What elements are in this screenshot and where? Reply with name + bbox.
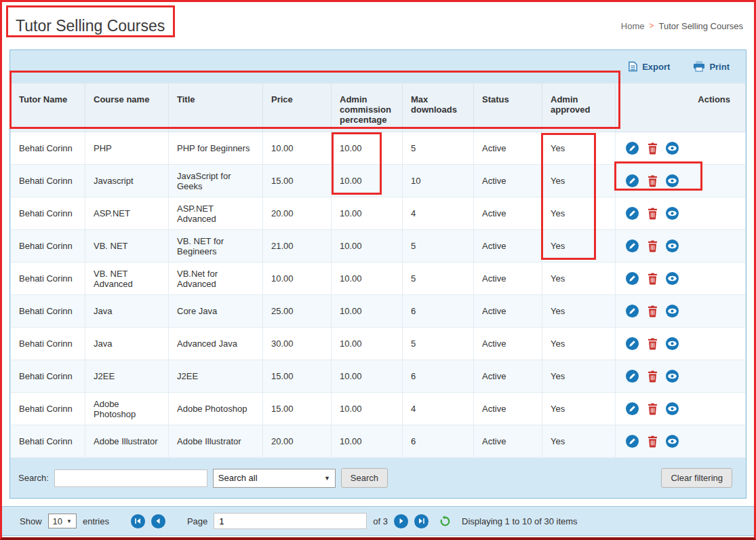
cell-status: Active — [474, 295, 542, 328]
clear-filtering-button[interactable]: Clear filtering — [661, 468, 732, 488]
col-admin-approved[interactable]: Admin approved — [542, 83, 616, 132]
breadcrumb-home-link[interactable]: Home — [621, 21, 645, 31]
cell-price: 15.00 — [263, 393, 332, 425]
search-scope-select[interactable]: Search all ▼ — [213, 469, 336, 488]
entries-select[interactable]: 10 ▼ — [48, 514, 77, 528]
edit-button[interactable] — [626, 207, 639, 220]
col-status[interactable]: Status — [474, 83, 542, 132]
edit-icon — [626, 402, 639, 415]
cell-actions — [616, 197, 746, 230]
cell-max-downloads: 10 — [403, 165, 474, 197]
view-button[interactable] — [666, 370, 679, 383]
col-course-name[interactable]: Course name — [85, 83, 169, 132]
edit-icon — [626, 239, 639, 252]
cell-admin-commission: 10.00 — [332, 328, 403, 360]
col-title[interactable]: Title — [169, 83, 263, 132]
cell-tutor-name: Behati Corinn — [11, 165, 85, 197]
view-button[interactable] — [666, 337, 679, 350]
trash-icon — [648, 436, 658, 448]
edit-button[interactable] — [626, 337, 639, 350]
view-button[interactable] — [666, 239, 679, 252]
cell-max-downloads: 6 — [403, 425, 474, 458]
cell-price: 30.00 — [263, 328, 332, 360]
edit-button[interactable] — [626, 174, 639, 187]
cell-admin-commission: 10.00 — [332, 360, 403, 393]
cell-admin-commission: 10.00 — [332, 132, 403, 165]
first-page-button[interactable] — [131, 514, 145, 528]
col-max-downloads[interactable]: Max downloads — [403, 83, 474, 132]
edit-button[interactable] — [626, 272, 639, 285]
cell-max-downloads: 6 — [403, 295, 474, 328]
eye-icon — [666, 305, 679, 317]
delete-button[interactable] — [648, 338, 658, 350]
col-price[interactable]: Price — [263, 83, 332, 132]
cell-course-name: ASP.NET — [85, 197, 169, 230]
cell-price: 21.00 — [263, 230, 332, 263]
cell-actions — [616, 360, 746, 393]
delete-button[interactable] — [648, 370, 658, 383]
refresh-button[interactable] — [439, 516, 451, 527]
cell-admin-approved: Yes — [542, 393, 616, 425]
cell-admin-commission: 10.00 — [332, 393, 403, 425]
print-icon — [693, 61, 705, 72]
cell-price: 10.00 — [263, 132, 332, 165]
delete-button[interactable] — [648, 175, 658, 187]
table-row: Behati Corinn J2EE J2EE 15.00 10.00 6 Ac… — [11, 360, 746, 393]
view-button[interactable] — [666, 174, 679, 187]
cell-actions — [616, 393, 746, 425]
delete-button[interactable] — [648, 436, 658, 448]
export-button[interactable]: Export — [624, 60, 674, 73]
table-row: Behati Corinn Java Core Java 25.00 10.00… — [11, 295, 746, 328]
table-row: Behati Corinn PHP PHP for Beginners 10.0… — [11, 132, 746, 165]
view-button[interactable] — [666, 207, 679, 220]
cell-price: 25.00 — [263, 295, 332, 328]
cell-max-downloads: 5 — [403, 230, 474, 263]
edit-button[interactable] — [626, 142, 639, 155]
last-page-icon — [418, 518, 425, 524]
col-tutor-name[interactable]: Tutor Name — [11, 83, 85, 132]
view-button[interactable] — [666, 435, 679, 448]
prev-page-button[interactable] — [151, 514, 165, 528]
col-admin-commission[interactable]: Admin commission percentage — [332, 83, 403, 132]
view-button[interactable] — [666, 305, 679, 317]
eye-icon — [666, 239, 679, 252]
search-input[interactable] — [54, 469, 207, 487]
delete-button[interactable] — [648, 142, 658, 155]
view-button[interactable] — [666, 272, 679, 285]
cell-admin-approved: Yes — [542, 328, 616, 360]
edit-icon — [626, 142, 639, 155]
cell-tutor-name: Behati Corinn — [11, 328, 85, 360]
cell-status: Active — [474, 132, 542, 165]
delete-button[interactable] — [648, 403, 658, 415]
cell-title: PHP for Beginners — [169, 132, 263, 165]
delete-button[interactable] — [648, 208, 658, 220]
table-row: Behati Corinn Javascript JavaScript for … — [11, 165, 746, 197]
trash-icon — [648, 403, 658, 415]
edit-button[interactable] — [626, 370, 639, 383]
delete-button[interactable] — [648, 240, 658, 252]
edit-button[interactable] — [626, 435, 639, 448]
edit-icon — [626, 305, 639, 317]
edit-button[interactable] — [626, 305, 639, 317]
next-page-button[interactable] — [394, 514, 408, 528]
cell-title: VB.Net for Advanced — [169, 263, 263, 295]
view-button[interactable] — [666, 142, 679, 155]
edit-button[interactable] — [626, 239, 639, 252]
delete-button[interactable] — [648, 305, 658, 317]
col-actions: Actions — [616, 83, 746, 132]
table-row: Behati Corinn ASP.NET ASP.NET Advanced 2… — [11, 197, 746, 230]
cell-price: 20.00 — [263, 197, 332, 230]
print-button[interactable]: Print — [689, 60, 734, 73]
trash-icon — [648, 208, 658, 220]
edit-button[interactable] — [626, 402, 639, 415]
delete-button[interactable] — [648, 273, 658, 285]
search-button[interactable]: Search — [341, 468, 388, 488]
view-button[interactable] — [666, 402, 679, 415]
eye-icon — [666, 142, 679, 155]
last-page-button[interactable] — [414, 514, 429, 528]
page-number-input[interactable] — [214, 513, 367, 529]
eye-icon — [666, 272, 679, 285]
cell-admin-commission: 10.00 — [332, 425, 403, 458]
table-row: Behati Corinn VB. NET VB. NET for Begine… — [11, 230, 746, 263]
edit-icon — [626, 207, 639, 220]
